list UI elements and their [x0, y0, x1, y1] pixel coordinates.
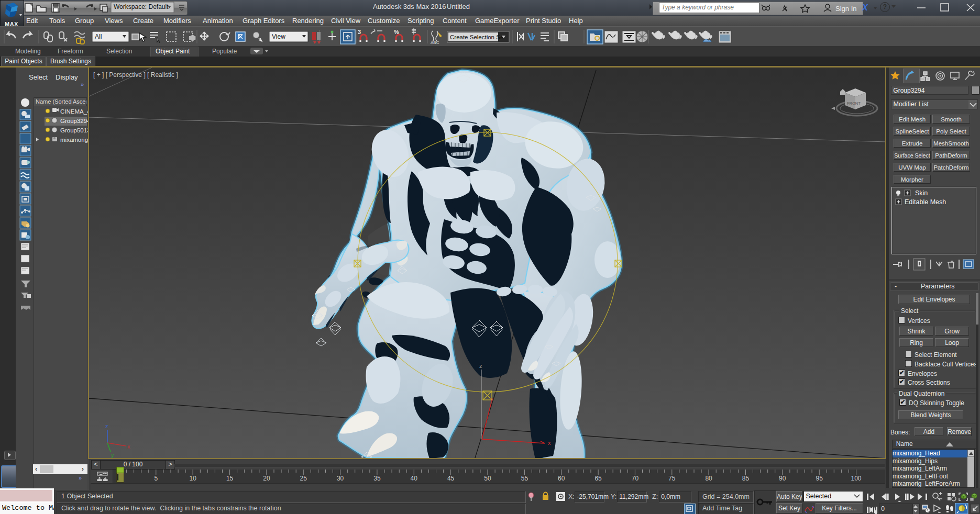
svg-text:Skin: Skin — [915, 189, 928, 197]
svg-text:35: 35 — [373, 475, 381, 482]
svg-text:80: 80 — [705, 475, 712, 482]
svg-text:10: 10 — [190, 475, 197, 482]
svg-text:25: 25 — [300, 475, 307, 482]
svg-text:15: 15 — [226, 475, 234, 482]
svg-text:95: 95 — [816, 475, 823, 482]
svg-text:85: 85 — [742, 475, 750, 482]
svg-text:Editable Mesh: Editable Mesh — [905, 198, 946, 206]
svg-text:Workspace: Default: Workspace: Default — [114, 3, 169, 10]
svg-text:100: 100 — [851, 475, 861, 482]
svg-text:30: 30 — [337, 475, 344, 482]
svg-text:65: 65 — [594, 475, 602, 482]
svg-text:%: % — [394, 29, 399, 35]
svg-text:70: 70 — [632, 475, 639, 482]
svg-text:All: All — [95, 33, 102, 40]
svg-text:Sign In: Sign In — [835, 5, 856, 13]
svg-text:90: 90 — [779, 475, 786, 482]
svg-text:45: 45 — [447, 475, 455, 482]
svg-text:40: 40 — [411, 475, 418, 482]
svg-text:ABC: ABC — [431, 40, 439, 45]
svg-text:60: 60 — [558, 475, 565, 482]
svg-text:View: View — [272, 33, 285, 40]
svg-text:50: 50 — [484, 475, 491, 482]
svg-text:3: 3 — [358, 29, 361, 35]
svg-text:5: 5 — [154, 475, 158, 482]
svg-text:75: 75 — [668, 475, 676, 482]
svg-text:20: 20 — [263, 475, 270, 482]
svg-text:Create Selection Se: Create Selection Se — [450, 34, 503, 40]
svg-text:55: 55 — [521, 475, 528, 482]
